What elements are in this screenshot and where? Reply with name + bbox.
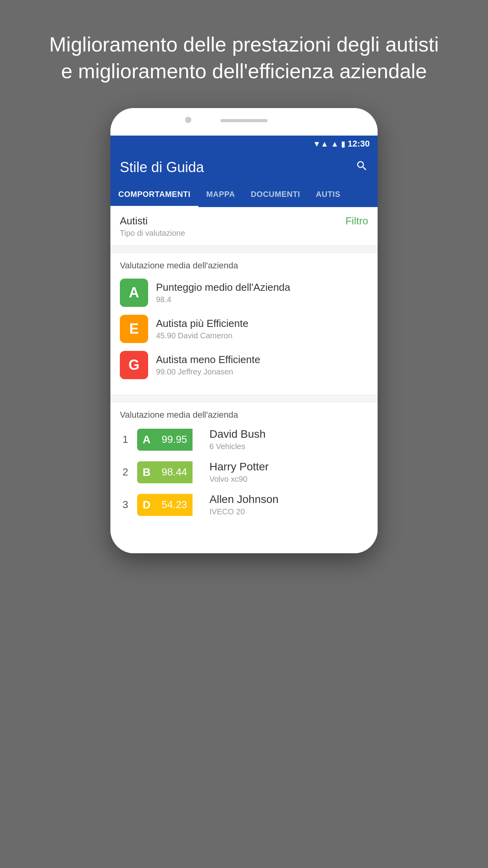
rank-grade-2: B xyxy=(137,461,156,483)
filter-main-label: Autisti xyxy=(120,215,185,227)
status-time: 12:30 xyxy=(348,139,370,149)
stat-subtitle-worst: 99.00 Jeffrey Jonasen xyxy=(156,367,260,376)
rank-name-2: Harry Potter xyxy=(209,461,269,473)
front-camera xyxy=(185,117,191,123)
rank-grade-3: D xyxy=(137,494,156,516)
search-button[interactable] xyxy=(356,160,368,175)
rank-info-3: Allen Johnson IVECO 20 xyxy=(209,493,279,516)
rank-badge-1: A 99.95 xyxy=(137,429,200,451)
list-item[interactable]: 1 A 99.95 David Bush 6 Vehicles xyxy=(120,428,368,451)
stat-subtitle-average: 98.4 xyxy=(156,295,290,304)
tab-documenti[interactable]: DOCUMENTI xyxy=(243,183,308,206)
status-bar: ▼▲ ▲ ▮ 12:30 xyxy=(110,136,378,152)
phone-speaker xyxy=(220,119,268,122)
tabs: COMPORTAMENTI MAPPA DOCUMENTI AUTIS xyxy=(110,183,378,207)
phone-frame: ▼▲ ▲ ▮ 12:30 Stile di Guida COMPORTAMENT… xyxy=(110,108,378,553)
stat-subtitle-best: 45.90 David Cameron xyxy=(156,331,248,340)
hero-text: Miglioramento delle prestazioni degli au… xyxy=(0,0,488,108)
app-title: Stile di Guida xyxy=(120,159,204,176)
stat-title-best: Autista più Efficiente xyxy=(156,317,248,330)
rank-badge-2: B 98.44 xyxy=(137,461,200,483)
rank-sub-2: Volvo xc90 xyxy=(209,475,269,484)
ranking-title: Valutazione media dell'azienda xyxy=(120,410,368,420)
list-item[interactable]: 3 D 54.23 Allen Johnson IVECO 20 xyxy=(120,493,368,516)
status-icons: ▼▲ ▲ ▮ 12:30 xyxy=(313,139,370,149)
phone-bezel-bottom xyxy=(110,534,378,553)
company-stats-title: Valutazione media dell'azienda xyxy=(120,261,368,271)
filter-sub-label: Tipo di valutazione xyxy=(120,229,185,238)
rank-name-1: David Bush xyxy=(209,428,266,440)
battery-icon: ▮ xyxy=(341,139,345,149)
rank-score-3: 54.23 xyxy=(156,494,193,516)
stat-item-best: E Autista più Efficiente 45.90 David Cam… xyxy=(120,315,368,343)
signal-icon: ▲ xyxy=(331,139,339,149)
stat-info-worst: Autista meno Efficiente 99.00 Jeffrey Jo… xyxy=(156,354,260,376)
stat-title-average: Punteggio medio dell'Azienda xyxy=(156,281,290,294)
stat-info-best: Autista più Efficiente 45.90 David Camer… xyxy=(156,317,248,340)
phone-bezel-top xyxy=(110,108,378,136)
tab-comportamenti[interactable]: COMPORTAMENTI xyxy=(110,183,198,207)
rank-info-2: Harry Potter Volvo xc90 xyxy=(209,461,269,484)
filter-section: Autisti Tipo di valutazione Filtro xyxy=(110,207,378,246)
filter-label-group: Autisti Tipo di valutazione xyxy=(120,215,185,238)
rank-grade-1: A xyxy=(137,429,156,451)
rank-score-1: 99.95 xyxy=(156,429,193,451)
stat-item-worst: G Autista meno Efficiente 99.00 Jeffrey … xyxy=(120,351,368,379)
tab-autis[interactable]: AUTIS xyxy=(308,183,349,206)
rank-number-3: 3 xyxy=(120,499,131,511)
grade-badge-a: A xyxy=(120,279,148,307)
ranking-section: Valutazione media dell'azienda 1 A 99.95… xyxy=(110,402,378,534)
stat-item-average: A Punteggio medio dell'Azienda 98.4 xyxy=(120,279,368,307)
content-area: Autisti Tipo di valutazione Filtro Valut… xyxy=(110,207,378,534)
tab-mappa[interactable]: MAPPA xyxy=(198,183,243,206)
grade-badge-e: E xyxy=(120,315,148,343)
stat-title-worst: Autista meno Efficiente xyxy=(156,354,260,366)
company-stats-section: Valutazione media dell'azienda A Puntegg… xyxy=(110,252,378,395)
filter-button[interactable]: Filtro xyxy=(345,215,368,227)
rank-badge-3: D 54.23 xyxy=(137,494,200,516)
rank-name-3: Allen Johnson xyxy=(209,493,279,506)
list-item[interactable]: 2 B 98.44 Harry Potter Volvo xc90 xyxy=(120,461,368,484)
rank-info-1: David Bush 6 Vehicles xyxy=(209,428,266,451)
rank-score-2: 98.44 xyxy=(156,461,193,483)
app-bar: Stile di Guida xyxy=(110,152,378,183)
stat-info-average: Punteggio medio dell'Azienda 98.4 xyxy=(156,281,290,304)
rank-sub-1: 6 Vehicles xyxy=(209,442,266,451)
rank-number-1: 1 xyxy=(120,433,131,446)
wifi-icon: ▼▲ xyxy=(313,139,328,149)
grade-badge-g: G xyxy=(120,351,148,379)
rank-sub-3: IVECO 20 xyxy=(209,507,279,516)
rank-number-2: 2 xyxy=(120,466,131,478)
